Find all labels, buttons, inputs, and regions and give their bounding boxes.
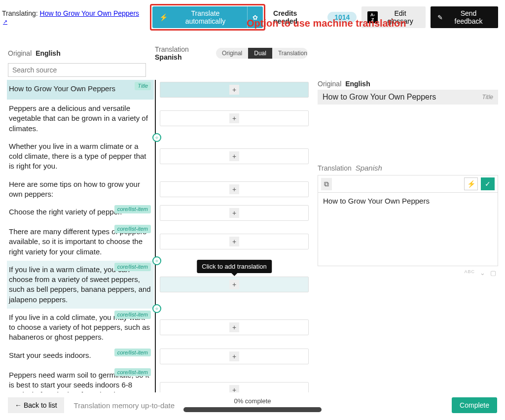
link-icon[interactable]: ⟐ [152,256,161,265]
segment-source-text: Whether you live in a warm climate or a … [9,142,146,171]
segment-source[interactable]: Peppers are a delicious and versatile ve… [7,100,154,138]
view-original-button[interactable]: Original [216,48,248,59]
segment-source[interactable]: Here are some tips on how to grow your o… [7,175,154,204]
segment-target[interactable]: Click to add translation + [160,277,309,292]
view-mode-toggle: Original Dual Translation [216,48,308,59]
search-source-input[interactable] [8,63,146,77]
add-translation-button[interactable]: + [229,85,239,95]
translation-column-header: Translation Spanish [155,45,216,61]
view-dual-button[interactable]: Dual [248,48,272,59]
copy-source-button[interactable]: ⧉ [321,178,332,190]
segment-target[interactable]: + [160,349,309,364]
segment-divider [154,175,157,204]
segment-row[interactable]: core/list-item If you live in a warm cli… [7,261,309,309]
add-translation-tooltip: Click to add translation [197,260,272,273]
panel-icon[interactable]: ▢ [490,269,496,277]
translate-automatically-button[interactable]: ⚡ Translate automatically [152,6,247,28]
add-translation-button[interactable]: + [229,113,239,123]
segment-tag: core/list-item [114,311,151,319]
translation-editor-text: How to Grow Your Own Peppers [323,197,430,205]
complete-button[interactable]: Complete [452,397,497,413]
segment-divider [154,309,157,347]
segment-target[interactable]: + [160,148,309,164]
segment-tag: core/list-item [114,263,151,271]
add-translation-button[interactable]: + [229,151,239,161]
original-label: Original [8,49,32,57]
bolt-icon: ⚡ [159,13,168,21]
segment-divider [154,347,157,366]
add-translation-button[interactable]: + [229,351,239,361]
view-translation-button[interactable]: Translation [272,48,308,59]
segment-tag: core/list-item [114,205,151,213]
translating-label: Translating: How to Grow Your Own Pepper… [2,9,145,25]
segment-target[interactable]: + [160,234,309,249]
add-translation-button[interactable]: + [229,208,239,218]
segment-list[interactable]: Title How to Grow Your Own Peppers + Pep… [7,80,309,401]
add-translation-button[interactable]: + [229,184,239,194]
add-translation-button[interactable]: + [229,237,239,246]
segment-target[interactable]: + [160,181,309,197]
segment-source-text: Choose the right variety of pepper. [9,208,122,216]
add-translation-button[interactable]: + [229,280,239,289]
detail-translation-lang: Spanish [356,164,382,172]
doc-title-text: How to Grow Your Own Peppers [40,9,140,17]
detail-translation-toolbar: ⧉ ⚡ ✓ [318,175,498,192]
link-icon[interactable]: ⟐ [152,133,161,142]
progress-bar [183,407,322,412]
segment-source[interactable]: core/list-item If you live in a warm cli… [7,261,154,309]
segment-target[interactable]: + [160,205,309,221]
segment-tag: Title [135,82,151,90]
segment-source-text: How to Grow Your Own Peppers [9,84,115,93]
auto-translate-segment-button[interactable]: ⚡ [464,177,478,190]
segment-target[interactable]: + [160,319,309,335]
segment-divider [154,138,157,175]
segment-row[interactable]: Whether you live in a warm climate or a … [7,138,309,175]
pencil-icon: ✎ [437,14,443,21]
detail-original-header: Original English [318,80,498,88]
segment-source[interactable]: core/list-item Start your seeds indoors. [7,347,154,366]
translation-lang: Spanish [155,53,181,61]
segment-row[interactable]: core/list-item If you live in a cold cli… [7,309,309,347]
segment-divider [154,100,157,138]
segment-source[interactable]: core/list-item If you live in a cold cli… [7,309,154,347]
translating-prefix: Translating: [2,9,38,17]
segment-source-text: Start your seeds indoors. [9,351,91,359]
send-feedback-label: Send feedback [446,9,491,25]
check-icon: ✓ [485,180,491,188]
detail-original-title-row: How to Grow Your Own Peppers Title [318,90,498,105]
segment-source[interactable]: core/list-item There are many different … [7,223,154,261]
segment-row[interactable]: core/list-item There are many different … [7,223,309,261]
send-feedback-button[interactable]: ✎ Send feedback [431,6,498,28]
segment-divider [154,261,157,309]
translation-editor[interactable]: How to Grow Your Own Peppers [318,192,498,266]
segment-target[interactable]: + [160,110,309,126]
segment-source[interactable]: Whether you live in a warm climate or a … [7,138,154,175]
segment-row[interactable]: core/list-item Start your seeds indoors.… [7,347,309,366]
segment-row[interactable]: Peppers are a delicious and versatile ve… [7,100,309,138]
segment-row[interactable]: core/list-item Choose the right variety … [7,203,309,223]
link-icon[interactable]: ⟐ [152,304,161,313]
segment-row[interactable]: Title How to Grow Your Own Peppers + [7,80,309,100]
segment-divider [154,223,157,261]
spellcheck-icon[interactable]: ABC [464,269,475,277]
chevron-down-icon[interactable]: ⌄ [480,269,485,277]
translation-memory-status: Translation memory up-to-date [74,401,175,410]
original-column-header: Original English [8,49,155,57]
segment-source-text: Here are some tips on how to grow your o… [9,180,140,198]
segment-source[interactable]: core/list-item Choose the right variety … [7,203,154,223]
original-lang: English [36,49,61,57]
segment-tag: core/list-item [114,225,151,233]
segment-target[interactable]: + [160,82,309,98]
segment-row[interactable]: Here are some tips on how to grow your o… [7,175,309,204]
add-translation-button[interactable]: + [229,322,239,332]
confirm-segment-button[interactable]: ✓ [481,177,495,190]
translate-auto-label: Translate automatically [171,9,240,25]
segment-tag: core/list-item [114,368,151,377]
progress-indicator: 0% complete [183,397,322,414]
detail-original-title: How to Grow Your Own Peppers [323,93,436,102]
annotation-callout: Option to use machine translation [247,18,406,29]
segment-source[interactable]: Title How to Grow Your Own Peppers [7,80,154,100]
detail-original-lang: English [345,80,370,88]
detail-translation-header: Translation Spanish [318,164,498,172]
back-to-list-button[interactable]: ← Back to list [8,397,64,413]
